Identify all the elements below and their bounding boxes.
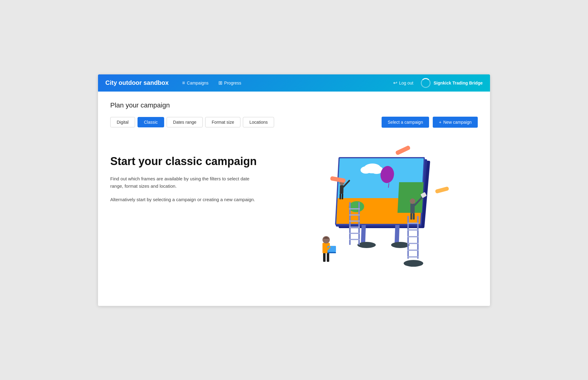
campaign-illustration — [306, 142, 478, 277]
hero-description-2: Alternatively start by selecting a campa… — [110, 196, 263, 203]
svg-point-31 — [410, 198, 415, 204]
page-title: Plan your campaign — [110, 101, 478, 109]
campaigns-label: Campaigns — [187, 81, 209, 85]
tab-format-size[interactable]: Format size — [205, 117, 240, 127]
brand-name: Signkick Trading Bridge — [434, 81, 483, 85]
campaigns-icon: ≡ — [182, 80, 185, 86]
hero-illustration — [306, 142, 478, 277]
svg-rect-18 — [361, 225, 366, 243]
svg-rect-42 — [407, 250, 419, 251]
progress-icon: ⊞ — [218, 80, 222, 86]
toolbar: Digital Classic Dates range Format size … — [110, 117, 478, 128]
svg-point-21 — [391, 242, 409, 248]
select-campaign-button[interactable]: Select a campaign — [382, 117, 429, 128]
svg-rect-35 — [413, 213, 415, 220]
svg-rect-25 — [349, 214, 360, 216]
nav-links: ≡ Campaigns ⊞ Progress — [179, 78, 393, 88]
main-content: Plan your campaign Digital Classic Dates… — [98, 92, 490, 306]
logout-icon: ↩ — [393, 80, 397, 86]
brand-title: City outdoor sandbox — [105, 79, 169, 86]
tab-dates-range[interactable]: Dates range — [167, 117, 203, 127]
logout-label: Log out — [399, 81, 413, 85]
brand-area: Signkick Trading Bridge — [421, 78, 483, 88]
svg-rect-46 — [327, 253, 329, 262]
tab-digital[interactable]: Digital — [110, 117, 135, 127]
new-campaign-label: New campaign — [443, 120, 472, 125]
plus-icon: + — [439, 120, 441, 125]
hero-description-1: Find out which frames are available by u… — [110, 175, 263, 190]
hero-title: Start your classic campaign — [110, 155, 263, 168]
svg-rect-40 — [407, 236, 419, 237]
svg-rect-15 — [339, 194, 341, 199]
svg-rect-19 — [394, 225, 399, 243]
svg-rect-34 — [410, 213, 412, 220]
svg-rect-26 — [349, 220, 360, 222]
page-wrapper: City outdoor sandbox ≡ Campaigns ⊞ Progr… — [98, 74, 490, 306]
action-buttons: Select a campaign + New campaign — [382, 117, 478, 128]
new-campaign-button[interactable]: + New campaign — [433, 117, 478, 128]
svg-rect-28 — [349, 233, 360, 234]
campaigns-nav-link[interactable]: ≡ Campaigns — [179, 78, 212, 88]
svg-rect-41 — [407, 243, 419, 244]
svg-point-20 — [357, 242, 376, 248]
progress-nav-link[interactable]: ⊞ Progress — [215, 78, 245, 88]
svg-rect-27 — [349, 227, 360, 228]
svg-point-44 — [404, 260, 423, 267]
svg-rect-54 — [435, 186, 449, 194]
hero-text: Start your classic campaign Find out whi… — [110, 142, 263, 209]
svg-rect-29 — [349, 239, 360, 240]
svg-rect-45 — [323, 253, 326, 262]
svg-rect-38 — [407, 223, 419, 224]
svg-rect-16 — [341, 194, 343, 199]
svg-rect-43 — [407, 256, 419, 258]
navbar: City outdoor sandbox ≡ Campaigns ⊞ Progr… — [98, 74, 490, 92]
progress-label: Progress — [224, 81, 241, 85]
hero-section: Start your classic campaign Find out whi… — [110, 142, 478, 277]
svg-rect-50 — [327, 252, 336, 253]
filter-tabs: Digital Classic Dates range Format size … — [110, 117, 274, 127]
navbar-right: ↩ Log out Signkick Trading Bridge — [393, 78, 483, 88]
logout-button[interactable]: ↩ Log out — [393, 80, 413, 86]
tab-classic[interactable]: Classic — [138, 117, 164, 127]
svg-rect-39 — [407, 229, 419, 231]
tab-locations[interactable]: Locations — [243, 117, 274, 127]
brand-spinner-icon — [421, 78, 431, 88]
svg-rect-24 — [349, 208, 360, 209]
svg-rect-52 — [395, 145, 411, 155]
